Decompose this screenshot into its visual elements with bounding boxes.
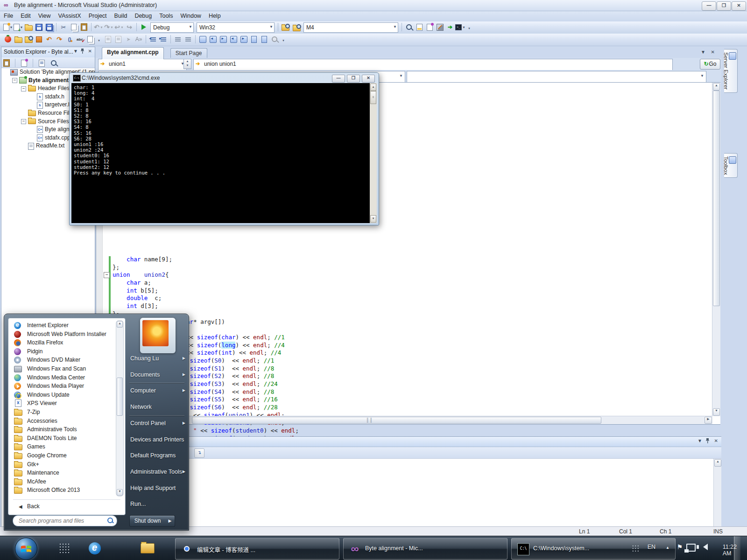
menu-tools[interactable]: Tools [155,11,176,21]
start-menu-item-windows-update[interactable]: Windows Update [10,391,118,399]
splitter-grip-icon[interactable]: ║║ [366,418,373,422]
search-input[interactable] [18,517,104,525]
output-pin-icon[interactable] [705,438,710,444]
tab-byte-alignment-cpp[interactable]: Byte alignment.cpp [102,47,164,59]
cmd-scroll-up-icon[interactable]: ▲ [370,84,376,91]
start-link-chuang-lu[interactable]: Chuang Lu▶ [130,355,185,362]
editor-vertical-scrollbar[interactable]: ▲ ▼ [712,83,720,416]
output-pane-content[interactable]: ▲ [96,459,722,527]
next-bookmark-button[interactable] [218,34,228,44]
start-menu-item-windows-media-center[interactable]: Windows Media Center [10,373,118,382]
start-menu-item-internet-explorer[interactable]: Internet Explorer [10,321,118,330]
menu-edit[interactable]: Edit [17,11,35,21]
cmd-scroll-down-icon[interactable]: ▼ [370,215,376,223]
expander-icon[interactable]: − [21,86,26,91]
search-box[interactable] [13,515,117,526]
cmd-maximize-button[interactable]: ❐ [347,75,360,83]
start-menu-item-microsoft-web-platform-installer[interactable]: Microsoft Web Platform Installer [10,330,118,339]
window-position-icon[interactable]: ▼ [73,49,78,54]
expander-icon[interactable]: − [21,119,26,124]
paste-button[interactable] [79,22,89,32]
start-link-default-programs[interactable]: Default Programs [130,452,185,459]
show-all-files-button[interactable] [19,58,29,68]
toolbar-overflow-icon[interactable]: ▾ [97,35,101,44]
menu-file[interactable]: File [0,11,17,21]
scope-combobox[interactable]: ➔union1▼ [98,59,187,70]
va-undo-button[interactable]: ↶ [44,34,54,44]
active-files-dropdown-icon[interactable]: ▼ [701,49,705,55]
toggle-word-wrap-button[interactable] [173,34,183,44]
cmd-minimize-button[interactable]: — [332,75,345,83]
start-link-network[interactable]: Network [130,404,185,410]
toolbar-overflow-icon[interactable]: ▾ [281,35,286,44]
new-project-button[interactable]: ▼ [3,22,13,32]
comment-selection-button[interactable] [103,34,113,44]
save-all-button[interactable] [44,22,54,32]
output-close-icon[interactable]: ✕ [714,438,718,443]
previous-bookmark-in-document-button[interactable] [249,34,259,44]
start-menu-item-mozilla-firefox[interactable]: Mozilla Firefox [10,338,118,347]
horizontal-scroll-thumb[interactable] [192,417,601,424]
start-menu-item-windows-fax-and-scan[interactable]: Windows Fax and Scan [10,364,118,373]
cmd-close-button[interactable]: ✕ [362,75,375,83]
va-spell-check-button[interactable]: abc [75,34,85,44]
find-symbol-button[interactable] [404,22,414,32]
redo-button[interactable]: ↷▼ [104,22,114,32]
show-whitespace-button[interactable] [183,34,193,44]
language-indicator[interactable]: EN [648,544,655,550]
find-combobox[interactable]: M4▼ [303,22,398,33]
go-button[interactable]: ↻Go [700,59,720,70]
minimize-button[interactable]: — [702,1,716,11]
va-goto-implementation-button[interactable] [34,34,44,44]
taskbar-button-chrome[interactable]: 编辑文章 - 博客频道 ... [175,538,339,560]
start-menu-item-pidgin[interactable]: Pidgin [10,347,118,356]
decrease-indent-button[interactable] [148,34,158,44]
programs-scrollbar[interactable]: ▲ ▼ [116,320,124,497]
member-combobox[interactable]: ➔union union1 [193,59,673,70]
view-class-diagram-button[interactable] [49,58,59,68]
next-bookmark-in-folder-button[interactable] [239,34,249,44]
start-link-documents[interactable]: Documents▶ [130,371,185,378]
auto-hide-pin-icon[interactable] [80,49,85,55]
programs-scroll-up-icon[interactable]: ▲ [117,321,123,328]
scroll-down-icon[interactable]: ▼ [713,408,720,416]
fold-collapse-icon[interactable]: − [104,272,110,278]
open-file-button[interactable] [23,22,34,32]
properties-window-button[interactable] [36,58,47,68]
menu-help[interactable]: Help [205,11,225,21]
start-link-help-and-support[interactable]: Help and Support [130,485,185,491]
vs-titlebar[interactable]: ∞ Byte alignment - Microsoft Visual Stud… [0,0,747,11]
toggle-bookmark-button[interactable] [197,34,208,44]
copy-button[interactable] [69,22,79,32]
find-in-files-button[interactable] [280,22,290,32]
start-menu-item-maintenance[interactable]: Maintenance [10,469,118,477]
start-link-run-[interactable]: Run... [130,501,185,507]
build-selection-button[interactable] [435,22,445,32]
start-menu-item-windows-media-player[interactable]: Windows Media Player [10,382,118,391]
command-window-button[interactable]: >_▼ [455,22,465,32]
navigate-to-button[interactable]: ➔ [445,22,455,32]
previous-bookmark-in-folder-button[interactable] [228,34,239,44]
taskbar-ie-icon[interactable] [86,540,103,557]
programs-scroll-down-icon[interactable]: ▼ [117,489,123,496]
scroll-up-icon[interactable]: ▲ [713,83,720,91]
uncomment-selection-button[interactable] [113,34,123,44]
start-link-control-panel[interactable]: Control Panel▶ [130,420,185,427]
add-new-item-button[interactable]: ▼ [13,22,23,32]
cmd-scrollbar[interactable]: ▲ ≡ ▼ [370,83,377,223]
start-menu-item-administrative-tools[interactable]: Administrative Tools [10,425,118,434]
taskbar-explorer-icon[interactable] [139,540,156,557]
volume-icon[interactable] [703,544,708,550]
previous-bookmark-button[interactable] [208,34,218,44]
cut-button[interactable]: ✂ [58,22,69,32]
output-action-icon[interactable]: ↴ [194,448,204,458]
start-link-devices-and-printers[interactable]: Devices and Printers [130,436,185,443]
scroll-right-icon[interactable]: ▶ [705,417,712,424]
close-button[interactable]: ✕ [732,1,746,11]
menu-vassistx[interactable]: VAssistX [55,11,85,21]
close-document-icon[interactable]: ✕ [711,49,715,55]
navigate-backward-button[interactable]: ↩▼ [114,22,124,32]
scope-spinner[interactable]: ▲▼ [183,59,191,69]
start-menu-item-daemon-tools-lite[interactable]: DAEMON Tools Lite [10,434,118,443]
show-desktop-button[interactable] [734,536,740,560]
